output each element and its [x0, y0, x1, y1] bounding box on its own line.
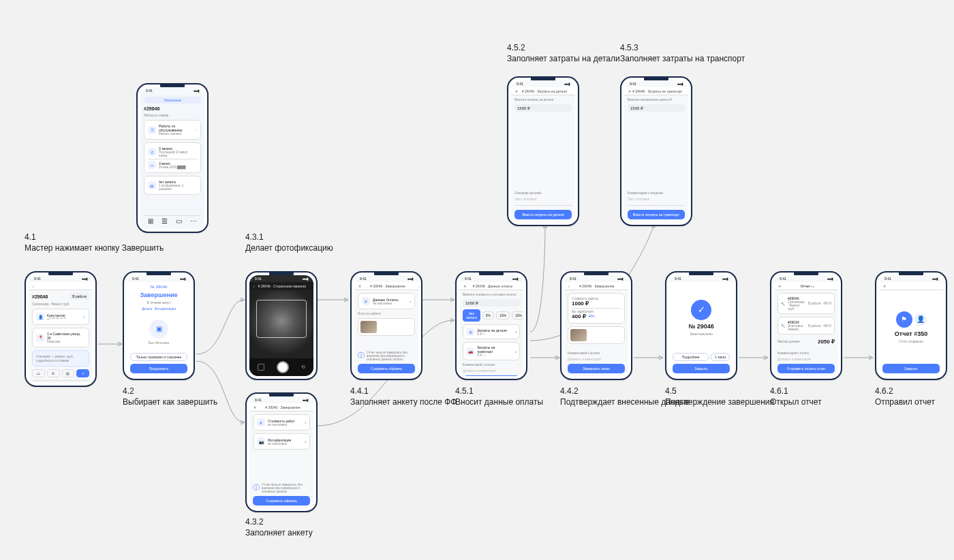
finish-fab[interactable]: ✓	[76, 369, 89, 377]
comment-input[interactable]: Добавить комментарий	[778, 358, 835, 361]
screen-4.5.2: 9:41●●● ▮ ✕# 29046 · Затраты на детали В…	[507, 76, 579, 226]
tab-icon[interactable]: ▭	[176, 217, 182, 225]
amount-input[interactable]: 1000 ₽	[463, 299, 520, 307]
caption-4.3.2: 4.3.2Заполняет анкету	[245, 516, 313, 538]
status-bar: 9:41●●● ▮	[564, 275, 628, 282]
action-chip[interactable]: ▤	[62, 369, 75, 377]
photo-thumb[interactable]	[358, 318, 415, 336]
top-bar: ✕# 29046 · Завершение	[249, 403, 313, 411]
status-bar: 9:41●●● ▮	[511, 80, 575, 87]
status-bar: 9:41●●● ▮	[354, 275, 418, 282]
comment-input[interactable]: Добавить комментарий	[568, 358, 625, 361]
continue-button[interactable]: Продолжить	[130, 364, 187, 373]
tab-icon[interactable]: ⊞	[148, 217, 153, 225]
card-contact[interactable]: 👤Константин+7 *** *** ** **✓	[32, 309, 89, 325]
header: Внесите стоимость и условия оплаты	[463, 293, 520, 296]
screen-4.3.2: 9:41●●● ▮ ✕# 29046 · Завершение ₽Стоимос…	[245, 392, 318, 512]
card-summary: Стоимость работы 1000 ₽ Вы заработали 40…	[568, 293, 625, 324]
tab-icon[interactable]: ▭	[64, 382, 70, 383]
status-badge: В работе	[70, 293, 89, 300]
tax-chip-10[interactable]: 10%	[496, 311, 510, 320]
desc-input[interactable]: Текст описания	[514, 198, 572, 201]
top-bar: ✕	[879, 282, 943, 290]
top-bar: ✕Отчет ‹ ›	[774, 282, 838, 290]
send-button[interactable]: Отправить оплаты отчет	[778, 364, 835, 373]
note: Отчет нельзя завершить без внесения фото…	[367, 351, 415, 361]
camera-viewfinder	[249, 290, 313, 358]
caption-4.1: 4.1Мастер нажимает кнопку Завершить	[25, 232, 164, 253]
card-works[interactable]: ☰Работы по обслуживаниюРемонт сантехн.›	[144, 120, 201, 140]
desc-input[interactable]: Текст описания	[628, 198, 685, 201]
comment-input[interactable]: Добавить комментарий	[463, 369, 520, 373]
order-title: #29046	[32, 294, 48, 299]
close-button[interactable]: Закрыть	[882, 364, 940, 373]
status-bar: 9:41●●● ▮	[29, 275, 93, 282]
ghost-button[interactable]: Только проверен и сохранен	[130, 353, 187, 361]
tax-chip-15[interactable]: 15%	[512, 311, 523, 320]
status-bar: 9:41●●● ▮	[774, 275, 838, 282]
action-chip[interactable]: ▭	[32, 369, 45, 377]
row-photo[interactable]: 📷Фотофиксацияне заполнено›	[253, 433, 310, 450]
card-act[interactable]: ▤Акт визита1 изображение, 1 документ	[144, 176, 201, 195]
amount-input[interactable]: 1500 ₽	[628, 104, 685, 112]
status-bar: 9:41●●● ▮	[624, 80, 688, 87]
card-calls[interactable]: ✆3 звонкаПоследний 15 минут назад ▭3 виз…	[144, 142, 201, 173]
sub: Отчет отправлен	[899, 340, 923, 343]
caption-4.6.1: 4.6.1Открыл отчет	[770, 386, 822, 407]
details-button[interactable]: Подробнее	[673, 353, 709, 361]
screen-4.2: 9:41●●● ▮ № 29046 Завершение В течение м…	[123, 271, 195, 380]
card-address[interactable]: 📍1-я Советская улица, 34Квартира	[32, 328, 89, 347]
finish-button[interactable]: Завершить заказ	[568, 364, 625, 373]
report-row-2[interactable]: 🔧#29034Электрика · ЗаменаВ работе · 400 …	[778, 317, 835, 335]
tab-icon[interactable]: ⋯	[190, 217, 197, 225]
tab-icon[interactable]: ⋯	[79, 382, 86, 383]
order-title: #29046	[144, 106, 201, 111]
screen-4.6.2: 9:41●●● ▮ ✕ ⚑ 👤 Отчет #350 Отчет отправл…	[875, 271, 947, 380]
cost-icon: ₽	[257, 418, 265, 426]
tax-chip-none[interactable]: без налога	[463, 309, 480, 322]
user-icon: 👤	[36, 313, 44, 321]
sub: Заказ выполнен	[690, 332, 713, 336]
shutter-button[interactable]	[277, 361, 289, 373]
caption-4.2: 4.2Выбирает как завершить	[123, 386, 217, 407]
caption-4.5.1: 4.5.1Вносит данные оплаты	[455, 386, 543, 407]
tax-chip-5[interactable]: 5%	[482, 311, 494, 320]
row-detail-cost[interactable]: ⚙Затраты на детали0 ₽ —›	[463, 324, 520, 339]
list-icon: ☰	[148, 126, 156, 134]
screen-4.1: 9:41●●● ▮ ‹ #29046В работе Сантехника · …	[25, 271, 97, 387]
flip-button[interactable]: ⟲	[301, 364, 305, 370]
links[interactable]: Детали · Фотофиксация	[142, 307, 176, 311]
action-chip[interactable]: ✆	[47, 369, 60, 377]
photo-thumb[interactable]	[568, 326, 625, 344]
tab-bar[interactable]: ⊞☰▭⋯	[144, 215, 201, 226]
big-label: Был Исполнен	[149, 341, 170, 345]
row-transport-cost[interactable]: 🚗Затраты на транспорт0 ₽ —›	[463, 342, 520, 360]
check-icon: ✓	[82, 315, 85, 319]
title: Отчет #350	[895, 330, 927, 337]
title: № 29046	[688, 323, 714, 330]
close-button[interactable]: Закрыть	[673, 364, 730, 373]
report-row-1[interactable]: 🔧#29046Сантехника · Ремонт трубВ работе …	[778, 293, 835, 314]
caption-4.4.1: 4.4.1Заполняет анкету после ФФ	[350, 386, 457, 407]
tab-icon[interactable]: ☰	[161, 217, 168, 225]
row-cost[interactable]: ₽Стоимость работне заполнено›	[253, 414, 310, 431]
save-button[interactable]: Сохранить образец	[253, 496, 310, 505]
caption-4.3.1: 4.3.1Делает фотофиксацию	[245, 232, 333, 253]
count-button[interactable]: 1 заказ	[711, 353, 730, 361]
top-bar: ✕# 29046 · Завершение	[354, 282, 418, 290]
save-button[interactable]: Сохранить образец	[358, 364, 415, 373]
focus-frame	[256, 300, 307, 338]
save-button[interactable]: Внести затраты на детали	[514, 210, 572, 219]
status-pill[interactable]: Назначена	[144, 97, 201, 104]
tab-bar[interactable]: +☰▭⋯	[32, 380, 89, 383]
amount-input[interactable]: 1500 ₽	[514, 104, 572, 112]
save-button[interactable]: Внести затраты на транспорт	[628, 210, 685, 219]
comment-label: Комментарий к оплате	[463, 363, 520, 367]
tab-icon[interactable]: +	[35, 382, 40, 383]
note: Отчет нельзя завершить без внесения фото…	[262, 483, 310, 493]
gallery-button[interactable]	[258, 364, 264, 371]
tab-icon[interactable]: ☰	[48, 382, 55, 383]
header: Внесите затраты на детали	[514, 98, 572, 102]
save-button[interactable]: Сохранить данные оплаты	[463, 375, 520, 376]
row-payment[interactable]: ₽Данные Оплатыне заполнено›	[358, 293, 415, 309]
